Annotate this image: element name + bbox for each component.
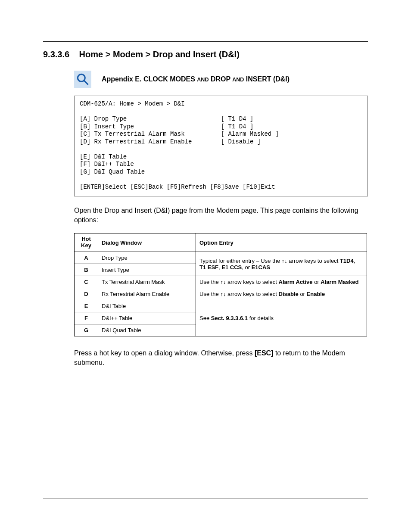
hotkey-cell: A: [75, 252, 98, 264]
terminal-row-g: [G] D&I Quad Table: [80, 168, 145, 175]
section-title: Home > Modem > Drop and Insert (D&I): [79, 50, 240, 59]
terminal-row-a-label: [A] Drop Type: [80, 115, 127, 122]
terminal-row-c-value: [ Alarm Masked ]: [221, 131, 279, 137]
terminal-row-c-label: [C] Tx Terrestrial Alarm Mask: [80, 131, 185, 137]
terminal-row-b-label: [B] Insert Type: [80, 123, 134, 130]
terminal-footer: [ENTER]Select [ESC]Back [F5]Refresh [F8]…: [80, 184, 275, 190]
magnifier-icon: [74, 71, 91, 88]
hotkey-cell: E: [75, 300, 98, 312]
col-header-entry: Option Entry: [196, 233, 367, 252]
entry-cell: Use the ↑↓ arrow keys to select Disable …: [196, 288, 367, 300]
terminal-breadcrumb: CDM-625/A: Home > Modem > D&I: [80, 100, 185, 107]
appendix-text: Appendix E. CLOCK MODES AND DROP AND INS…: [102, 75, 290, 83]
dialog-cell: Drop Type: [98, 252, 196, 264]
col-header-dialog: Dialog Window: [98, 233, 196, 252]
section-heading: 9.3.3.6 Home > Modem > Drop and Insert (…: [43, 50, 368, 59]
dialog-cell: D&I++ Table: [98, 312, 196, 324]
dialog-cell: Insert Type: [98, 264, 196, 276]
hotkey-cell: B: [75, 264, 98, 276]
esc-key: [ESC]: [255, 349, 274, 357]
dialog-cell: D&I Table: [98, 300, 196, 312]
table-header-row: Hot Key Dialog Window Option Entry: [75, 233, 367, 252]
table-row: A Drop Type Typical for either entry – U…: [75, 252, 367, 264]
bottom-rule: [43, 498, 368, 498]
terminal-row-f: [F] D&I++ Table: [80, 161, 134, 168]
terminal-row-a-value: [ T1 D4 ]: [221, 115, 254, 122]
entry-cell: Use the ↑↓ arrow keys to select Alarm Ac…: [196, 276, 367, 288]
table-row: D Rx Terrestrial Alarm Enable Use the ↑↓…: [75, 288, 367, 300]
col-header-hotkey: Hot Key: [75, 233, 98, 252]
appendix-reference: Appendix E. CLOCK MODES AND DROP AND INS…: [74, 71, 368, 88]
outro-paragraph: Press a hot key to open a dialog window.…: [74, 348, 368, 367]
dialog-cell: Rx Terrestrial Alarm Enable: [98, 288, 196, 300]
svg-line-1: [84, 81, 88, 84]
terminal-output: CDM-625/A: Home > Modem > D&I [A] Drop T…: [74, 96, 368, 196]
section-number: 9.3.3.6: [43, 50, 77, 59]
dialog-cell: Tx Terrestrial Alarm Mask: [98, 276, 196, 288]
terminal-row-b-value: [ T1 D4 ]: [221, 123, 254, 130]
intro-paragraph: Open the Drop and Insert (D&I) page from…: [74, 206, 368, 224]
hotkey-cell: D: [75, 288, 98, 300]
table-row: E D&I Table See Sect. 9.3.3.6.1 for deta…: [75, 300, 367, 312]
table-row: C Tx Terrestrial Alarm Mask Use the ↑↓ a…: [75, 276, 367, 288]
top-rule: [43, 41, 368, 42]
terminal-row-d-label: [D] Rx Terrestrial Alarm Enable: [80, 138, 192, 145]
options-table: Hot Key Dialog Window Option Entry A Dro…: [74, 233, 367, 336]
hotkey-cell: G: [75, 324, 98, 336]
entry-cell: Typical for either entry – Use the ↑↓ ar…: [196, 252, 367, 276]
hotkey-cell: F: [75, 312, 98, 324]
hotkey-cell: C: [75, 276, 98, 288]
page: 9.3.3.6 Home > Modem > Drop and Insert (…: [0, 0, 411, 532]
dialog-cell: D&I Quad Table: [98, 324, 196, 336]
terminal-row-e: [E] D&I Table: [80, 153, 127, 160]
entry-cell: See Sect. 9.3.3.6.1 for details: [196, 300, 367, 336]
terminal-row-d-value: [ Disable ]: [221, 138, 261, 145]
